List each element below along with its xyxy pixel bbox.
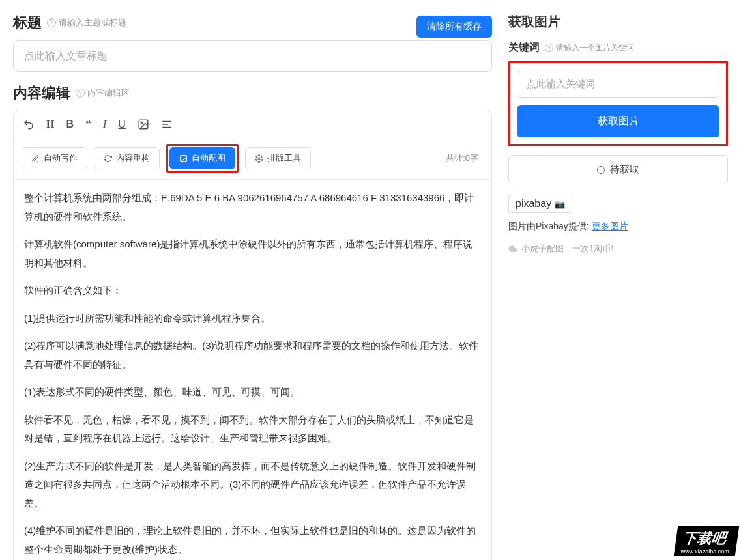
- tip-line: 小虎子配图，一次1淘币!: [508, 243, 728, 255]
- watermark: 下载吧 www.xiazaiba.com: [674, 526, 739, 556]
- fetch-image-title: 获取图片: [508, 13, 728, 31]
- paragraph: 计算机软件(computer software)是指计算机系统中除硬件以外的所有…: [24, 235, 481, 272]
- underline-button[interactable]: U: [118, 119, 126, 130]
- more-images-link[interactable]: 更多图片: [592, 221, 628, 231]
- title-hint-text: 请输入主题或标题: [59, 17, 126, 29]
- paragraph: 整个计算机系统由两部分组成：E.69DA 5 E 6 BA 9062616964…: [24, 189, 481, 226]
- auto-write-button[interactable]: 自动写作: [22, 147, 87, 169]
- watermark-url: www.xiazaiba.com: [681, 548, 729, 555]
- question-icon: ?: [76, 89, 85, 98]
- svg-point-6: [258, 157, 260, 159]
- fetch-image-button[interactable]: 获取图片: [517, 105, 719, 137]
- heading-button[interactable]: H: [46, 119, 54, 130]
- content-section-label: 内容编辑: [13, 83, 70, 103]
- action-toolbar: 自动写作 内容重构 自动配图 排版工具 共计:0字: [14, 137, 491, 180]
- pending-label: 待获取: [610, 163, 639, 176]
- title-hint: ? 请输入主题或标题: [47, 17, 126, 29]
- keyword-hint: ? 请输入一个图片关键词: [545, 42, 634, 53]
- restructure-button[interactable]: 内容重构: [94, 147, 160, 169]
- editor-box: H B ❝ I U 自动写作 内容重构: [13, 111, 492, 560]
- auto-image-button[interactable]: 自动配图: [169, 147, 235, 169]
- question-icon: ?: [545, 44, 553, 52]
- pixabay-badge: pixabay 📷: [508, 195, 572, 213]
- paragraph: (2)程序可以满意地处理信息的数据结构。(3)说明程序功能要求和程序需要的文档的…: [24, 337, 481, 374]
- keyword-label: 关键词: [508, 41, 540, 55]
- restructure-label: 内容重构: [116, 152, 150, 164]
- auto-write-label: 自动写作: [44, 152, 78, 164]
- quote-button[interactable]: ❝: [85, 118, 91, 130]
- cloud-icon: [508, 244, 517, 253]
- article-title-input[interactable]: [13, 40, 492, 72]
- image-icon[interactable]: [138, 119, 149, 130]
- layout-tool-label: 排版工具: [267, 152, 301, 164]
- pixabay-attribution: 图片由Pixabay提供: 更多图片: [508, 221, 728, 232]
- undo-icon[interactable]: [23, 119, 35, 130]
- paragraph: (2)生产方式不同的软件是开发，是人类智能的高发挥，而不是传统意义上的硬件制造。…: [24, 457, 481, 513]
- bold-button[interactable]: B: [66, 119, 74, 130]
- keyword-input[interactable]: [517, 70, 719, 98]
- word-count: 共计:0字: [446, 152, 484, 164]
- format-toolbar: H B ❝ I U: [14, 111, 491, 137]
- question-icon: ?: [47, 18, 56, 27]
- content-hint: ? 内容编辑区: [76, 87, 130, 99]
- layout-tool-button[interactable]: 排版工具: [245, 147, 311, 169]
- keyword-hint-text: 请输入一个图片关键词: [556, 42, 634, 53]
- paragraph: 软件看不见，无色，枯燥，看不见，摸不到，闻不到。软件大部分存在于人们的头脑或纸上…: [24, 411, 481, 448]
- pixabay-text: 图片由Pixabay提供:: [508, 221, 589, 231]
- editor-content[interactable]: 整个计算机系统由两部分组成：E.69DA 5 E 6 BA 9062616964…: [14, 180, 491, 560]
- align-left-icon[interactable]: [161, 119, 173, 130]
- svg-point-1: [141, 122, 142, 123]
- clear-cache-button[interactable]: 清除所有缓存: [416, 16, 492, 38]
- circle-icon: [597, 166, 605, 174]
- title-section-label: 标题: [13, 13, 42, 33]
- paragraph: (4)维护不同的硬件是旧的，理论上软件是旧的，并不坏，但实际上软件也是旧的和坏的…: [24, 522, 481, 559]
- content-hint-text: 内容编辑区: [87, 87, 130, 99]
- highlight-frame: 获取图片: [508, 61, 728, 146]
- paragraph: (1)提供运行时所需功能和性能的命令或计算机程序集合。: [24, 309, 481, 328]
- auto-image-label: 自动配图: [192, 152, 225, 164]
- paragraph: (1)表达形式不同的硬件类型、颜色、味道、可见、可摸、可闻。: [24, 383, 481, 402]
- tip-text: 小虎子配图，一次1淘币!: [521, 243, 613, 255]
- camera-icon: 📷: [555, 199, 565, 209]
- pending-button[interactable]: 待获取: [508, 155, 728, 184]
- watermark-text: 下载吧: [682, 530, 727, 546]
- pixabay-brand: pixabay: [516, 198, 551, 209]
- paragraph: 软件的正确含义如下：: [24, 281, 481, 300]
- italic-button[interactable]: I: [103, 119, 106, 130]
- highlight-box: 自动配图: [166, 144, 239, 173]
